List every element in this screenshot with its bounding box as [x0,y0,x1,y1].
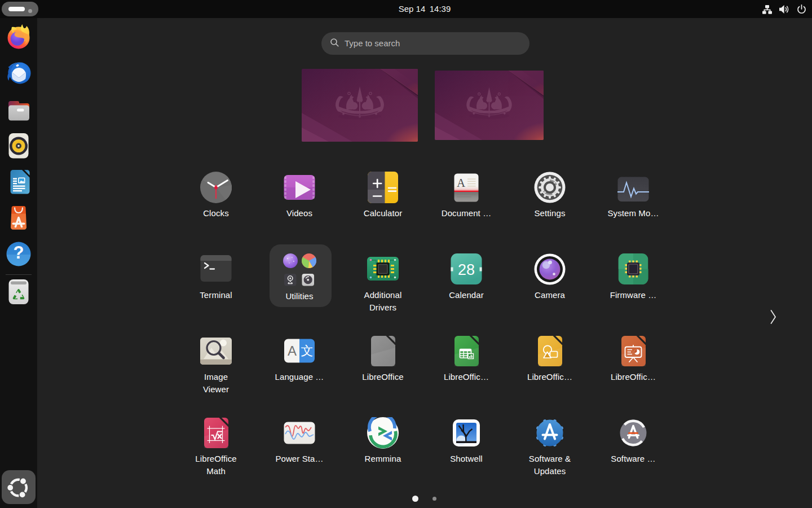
svg-text:28: 28 [458,261,475,278]
svg-text:文: 文 [301,344,314,358]
svg-text:?: ? [14,243,24,262]
svg-text:A: A [457,176,466,190]
svg-text:A: A [288,343,297,358]
